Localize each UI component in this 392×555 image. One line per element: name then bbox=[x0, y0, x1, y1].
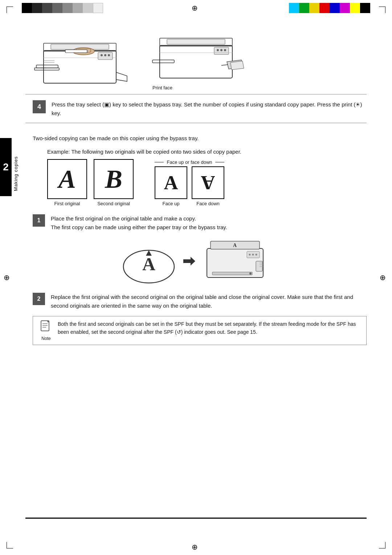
svg-point-22 bbox=[224, 49, 226, 51]
svg-marker-28 bbox=[183, 257, 195, 266]
svg-rect-16 bbox=[152, 60, 174, 63]
second-original-caption: Second original bbox=[97, 201, 130, 206]
svg-point-21 bbox=[220, 49, 222, 51]
reg-mark-bottom bbox=[192, 543, 200, 551]
svg-text:A: A bbox=[233, 243, 237, 248]
copier-left-svg bbox=[33, 29, 134, 90]
svg-text:A: A bbox=[142, 254, 155, 274]
black-calibration-bar bbox=[22, 3, 103, 13]
face-up-caption: Face up bbox=[163, 201, 180, 206]
step4-badge: 4 bbox=[33, 100, 46, 113]
copier-right-area: Print face bbox=[149, 25, 250, 90]
chapter-tab: 2 bbox=[0, 138, 12, 196]
example-line: Example: The following two originals wil… bbox=[25, 149, 367, 155]
chapter-number: 2 bbox=[3, 161, 9, 173]
step1-block: 1 Place the first original on the origin… bbox=[25, 214, 367, 232]
main-content: Print face 4 Press the tray select (▣) k… bbox=[25, 22, 367, 345]
color-calibration-bar bbox=[289, 3, 370, 13]
note-text: Both the first and second originals can … bbox=[58, 320, 361, 336]
svg-point-35 bbox=[256, 254, 257, 256]
first-original-letter: A bbox=[47, 159, 87, 199]
reg-mark-left bbox=[4, 273, 12, 282]
arrow-right-svg bbox=[181, 254, 196, 268]
copier-left-illus bbox=[33, 29, 134, 90]
step2-badge: 2 bbox=[33, 293, 45, 305]
print-face-label: Print face bbox=[152, 85, 172, 90]
step1-text: Place the first original on the original… bbox=[51, 214, 227, 232]
step2-text: Replace the first original with the seco… bbox=[51, 292, 367, 310]
step1-badge: 1 bbox=[33, 214, 45, 227]
face-section: Face up or face down A Face up A Face do… bbox=[155, 159, 224, 206]
svg-point-20 bbox=[217, 49, 219, 51]
svg-point-12 bbox=[108, 54, 110, 56]
face-down-letter: A bbox=[192, 166, 224, 199]
note-label: Note bbox=[41, 336, 50, 341]
svg-rect-7 bbox=[65, 50, 87, 53]
copier-right-svg bbox=[149, 25, 250, 84]
svg-rect-18 bbox=[167, 39, 225, 44]
face-boxes-row: A Face up A Face down bbox=[155, 166, 224, 206]
svg-rect-1 bbox=[36, 65, 58, 68]
chapter-label: Making copies bbox=[13, 156, 19, 191]
first-original-caption: First original bbox=[54, 201, 80, 206]
svg-point-34 bbox=[252, 254, 254, 256]
face-label-text: Face up or face down bbox=[164, 159, 215, 165]
svg-rect-40 bbox=[212, 272, 252, 275]
svg-rect-42 bbox=[41, 321, 49, 331]
step2-block: 2 Replace the first original with the se… bbox=[25, 292, 367, 310]
second-original-box: B Second original bbox=[94, 159, 134, 206]
step1-diagram: A A bbox=[25, 238, 367, 285]
corner-mark-tr bbox=[379, 7, 385, 13]
note-box: Note Both the first and second originals… bbox=[33, 316, 367, 345]
originals-row: A First original B Second original Face … bbox=[25, 159, 367, 206]
svg-point-33 bbox=[249, 254, 251, 256]
first-original-box: A First original bbox=[47, 159, 87, 206]
corner-mark-br bbox=[379, 542, 385, 548]
bottom-rule bbox=[25, 518, 367, 519]
corner-mark-bl bbox=[7, 542, 13, 548]
face-down-box: A Face down bbox=[192, 166, 224, 206]
second-original-letter: B bbox=[94, 159, 134, 199]
copier-machine-svg: A bbox=[200, 238, 272, 285]
face-up-box: A Face up bbox=[155, 166, 187, 206]
note-icon-area: Note bbox=[38, 320, 54, 341]
svg-rect-2 bbox=[34, 68, 59, 70]
original-table-svg: A bbox=[120, 238, 178, 285]
face-label-bar: Face up or face down bbox=[155, 159, 224, 165]
svg-line-24 bbox=[221, 65, 228, 65]
corner-mark-tl bbox=[7, 7, 13, 13]
reg-mark-top bbox=[192, 4, 200, 12]
reg-mark-right bbox=[380, 273, 388, 282]
body-text-1: Two-sided copying can be made on this co… bbox=[25, 134, 367, 143]
svg-point-11 bbox=[104, 54, 106, 56]
note-doc-icon bbox=[40, 320, 53, 333]
step4-text: Press the tray select (▣) key to select … bbox=[52, 100, 367, 118]
face-up-letter: A bbox=[155, 166, 187, 199]
face-down-caption: Face down bbox=[196, 201, 220, 206]
step4-section: 4 Press the tray select (▣) key to selec… bbox=[25, 94, 367, 123]
note-icon bbox=[40, 320, 53, 335]
svg-rect-36 bbox=[256, 261, 262, 271]
svg-point-41 bbox=[249, 272, 252, 275]
svg-point-10 bbox=[101, 54, 103, 56]
top-illustrations: Print face bbox=[25, 25, 367, 90]
